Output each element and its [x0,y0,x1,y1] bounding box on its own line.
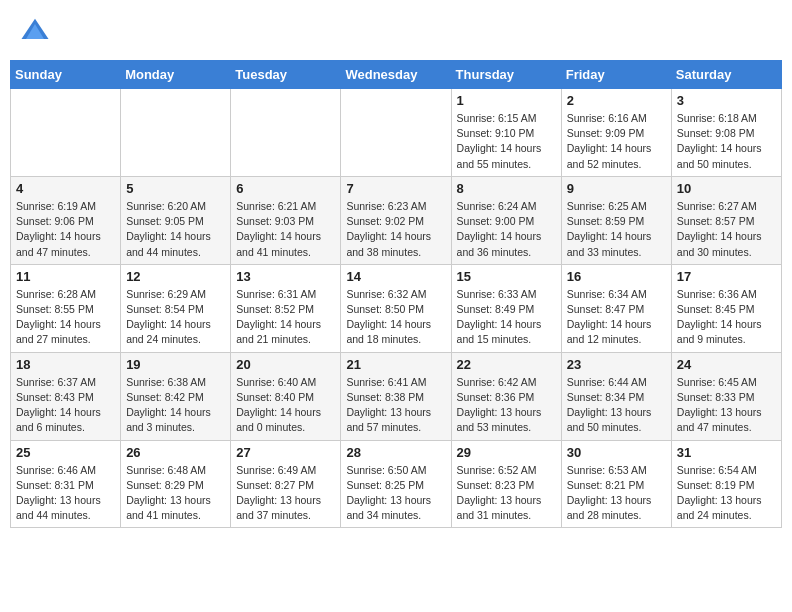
calendar-cell: 25Sunrise: 6:46 AMSunset: 8:31 PMDayligh… [11,440,121,528]
logo [20,15,52,45]
calendar-cell: 23Sunrise: 6:44 AMSunset: 8:34 PMDayligh… [561,352,671,440]
calendar-table: SundayMondayTuesdayWednesdayThursdayFrid… [10,60,782,528]
day-info: Sunrise: 6:54 AMSunset: 8:19 PMDaylight:… [677,463,776,524]
calendar-cell: 4Sunrise: 6:19 AMSunset: 9:06 PMDaylight… [11,176,121,264]
calendar-cell: 8Sunrise: 6:24 AMSunset: 9:00 PMDaylight… [451,176,561,264]
day-info: Sunrise: 6:53 AMSunset: 8:21 PMDaylight:… [567,463,666,524]
calendar-cell: 31Sunrise: 6:54 AMSunset: 8:19 PMDayligh… [671,440,781,528]
calendar-header-saturday: Saturday [671,61,781,89]
calendar-cell: 30Sunrise: 6:53 AMSunset: 8:21 PMDayligh… [561,440,671,528]
day-number: 12 [126,269,225,284]
day-info: Sunrise: 6:27 AMSunset: 8:57 PMDaylight:… [677,199,776,260]
calendar-cell: 1Sunrise: 6:15 AMSunset: 9:10 PMDaylight… [451,89,561,177]
calendar-header-row: SundayMondayTuesdayWednesdayThursdayFrid… [11,61,782,89]
calendar-cell: 17Sunrise: 6:36 AMSunset: 8:45 PMDayligh… [671,264,781,352]
day-number: 17 [677,269,776,284]
calendar-cell: 12Sunrise: 6:29 AMSunset: 8:54 PMDayligh… [121,264,231,352]
logo-icon [20,15,50,45]
day-info: Sunrise: 6:52 AMSunset: 8:23 PMDaylight:… [457,463,556,524]
calendar-week-row: 18Sunrise: 6:37 AMSunset: 8:43 PMDayligh… [11,352,782,440]
calendar-cell: 21Sunrise: 6:41 AMSunset: 8:38 PMDayligh… [341,352,451,440]
day-info: Sunrise: 6:38 AMSunset: 8:42 PMDaylight:… [126,375,225,436]
day-info: Sunrise: 6:45 AMSunset: 8:33 PMDaylight:… [677,375,776,436]
day-number: 28 [346,445,445,460]
day-number: 27 [236,445,335,460]
day-number: 20 [236,357,335,372]
day-number: 21 [346,357,445,372]
day-info: Sunrise: 6:48 AMSunset: 8:29 PMDaylight:… [126,463,225,524]
calendar-cell: 13Sunrise: 6:31 AMSunset: 8:52 PMDayligh… [231,264,341,352]
calendar-header-friday: Friday [561,61,671,89]
day-info: Sunrise: 6:20 AMSunset: 9:05 PMDaylight:… [126,199,225,260]
calendar-cell [11,89,121,177]
calendar-cell: 20Sunrise: 6:40 AMSunset: 8:40 PMDayligh… [231,352,341,440]
calendar-header-sunday: Sunday [11,61,121,89]
day-info: Sunrise: 6:40 AMSunset: 8:40 PMDaylight:… [236,375,335,436]
day-info: Sunrise: 6:33 AMSunset: 8:49 PMDaylight:… [457,287,556,348]
day-number: 31 [677,445,776,460]
calendar-cell: 28Sunrise: 6:50 AMSunset: 8:25 PMDayligh… [341,440,451,528]
day-number: 22 [457,357,556,372]
page-header [10,10,782,50]
day-number: 30 [567,445,666,460]
day-number: 2 [567,93,666,108]
calendar-cell [231,89,341,177]
day-number: 10 [677,181,776,196]
day-info: Sunrise: 6:29 AMSunset: 8:54 PMDaylight:… [126,287,225,348]
calendar-cell: 18Sunrise: 6:37 AMSunset: 8:43 PMDayligh… [11,352,121,440]
day-number: 25 [16,445,115,460]
calendar-cell [121,89,231,177]
day-info: Sunrise: 6:25 AMSunset: 8:59 PMDaylight:… [567,199,666,260]
calendar-cell: 24Sunrise: 6:45 AMSunset: 8:33 PMDayligh… [671,352,781,440]
day-number: 24 [677,357,776,372]
day-info: Sunrise: 6:24 AMSunset: 9:00 PMDaylight:… [457,199,556,260]
calendar-cell [341,89,451,177]
calendar-header-monday: Monday [121,61,231,89]
day-number: 23 [567,357,666,372]
calendar-cell: 5Sunrise: 6:20 AMSunset: 9:05 PMDaylight… [121,176,231,264]
day-info: Sunrise: 6:32 AMSunset: 8:50 PMDaylight:… [346,287,445,348]
day-number: 16 [567,269,666,284]
day-info: Sunrise: 6:46 AMSunset: 8:31 PMDaylight:… [16,463,115,524]
day-number: 5 [126,181,225,196]
day-number: 4 [16,181,115,196]
day-number: 8 [457,181,556,196]
day-info: Sunrise: 6:34 AMSunset: 8:47 PMDaylight:… [567,287,666,348]
day-info: Sunrise: 6:23 AMSunset: 9:02 PMDaylight:… [346,199,445,260]
calendar-cell: 16Sunrise: 6:34 AMSunset: 8:47 PMDayligh… [561,264,671,352]
day-number: 9 [567,181,666,196]
calendar-cell: 9Sunrise: 6:25 AMSunset: 8:59 PMDaylight… [561,176,671,264]
day-number: 15 [457,269,556,284]
calendar-cell: 19Sunrise: 6:38 AMSunset: 8:42 PMDayligh… [121,352,231,440]
calendar-week-row: 1Sunrise: 6:15 AMSunset: 9:10 PMDaylight… [11,89,782,177]
day-info: Sunrise: 6:31 AMSunset: 8:52 PMDaylight:… [236,287,335,348]
day-info: Sunrise: 6:19 AMSunset: 9:06 PMDaylight:… [16,199,115,260]
calendar-cell: 7Sunrise: 6:23 AMSunset: 9:02 PMDaylight… [341,176,451,264]
calendar-cell: 10Sunrise: 6:27 AMSunset: 8:57 PMDayligh… [671,176,781,264]
calendar-cell: 27Sunrise: 6:49 AMSunset: 8:27 PMDayligh… [231,440,341,528]
day-info: Sunrise: 6:36 AMSunset: 8:45 PMDaylight:… [677,287,776,348]
day-info: Sunrise: 6:49 AMSunset: 8:27 PMDaylight:… [236,463,335,524]
day-number: 14 [346,269,445,284]
day-info: Sunrise: 6:16 AMSunset: 9:09 PMDaylight:… [567,111,666,172]
day-number: 11 [16,269,115,284]
calendar-cell: 22Sunrise: 6:42 AMSunset: 8:36 PMDayligh… [451,352,561,440]
calendar-cell: 14Sunrise: 6:32 AMSunset: 8:50 PMDayligh… [341,264,451,352]
day-info: Sunrise: 6:44 AMSunset: 8:34 PMDaylight:… [567,375,666,436]
calendar-cell: 11Sunrise: 6:28 AMSunset: 8:55 PMDayligh… [11,264,121,352]
calendar-week-row: 11Sunrise: 6:28 AMSunset: 8:55 PMDayligh… [11,264,782,352]
day-number: 26 [126,445,225,460]
calendar-cell: 2Sunrise: 6:16 AMSunset: 9:09 PMDaylight… [561,89,671,177]
calendar-header-thursday: Thursday [451,61,561,89]
day-info: Sunrise: 6:28 AMSunset: 8:55 PMDaylight:… [16,287,115,348]
day-number: 1 [457,93,556,108]
calendar-header-tuesday: Tuesday [231,61,341,89]
day-info: Sunrise: 6:15 AMSunset: 9:10 PMDaylight:… [457,111,556,172]
day-info: Sunrise: 6:50 AMSunset: 8:25 PMDaylight:… [346,463,445,524]
day-number: 13 [236,269,335,284]
day-number: 3 [677,93,776,108]
day-info: Sunrise: 6:41 AMSunset: 8:38 PMDaylight:… [346,375,445,436]
day-number: 18 [16,357,115,372]
day-number: 7 [346,181,445,196]
calendar-header-wednesday: Wednesday [341,61,451,89]
